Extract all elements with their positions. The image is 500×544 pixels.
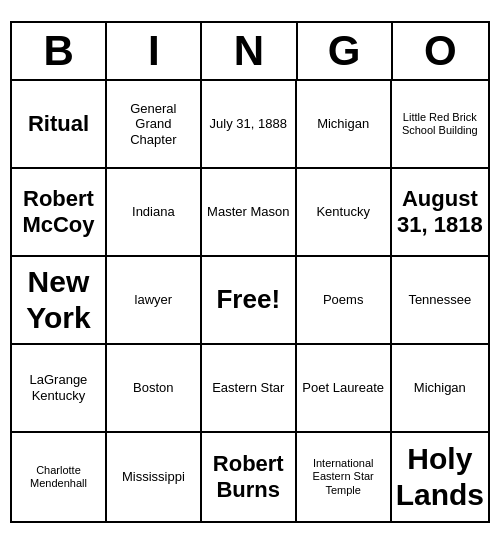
bingo-cell-15: LaGrange Kentucky [12, 345, 107, 433]
bingo-cell-0: Ritual [12, 81, 107, 169]
bingo-cell-13: Poems [297, 257, 392, 345]
bingo-cell-10: New York [12, 257, 107, 345]
bingo-header: BINGO [12, 23, 488, 81]
bingo-cell-16: Boston [107, 345, 202, 433]
bingo-cell-6: Indiana [107, 169, 202, 257]
bingo-letter-b: B [12, 23, 107, 79]
bingo-grid: RitualGeneral Grand ChapterJuly 31, 1888… [12, 81, 488, 521]
bingo-cell-5: Robert McCoy [12, 169, 107, 257]
bingo-cell-3: Michigan [297, 81, 392, 169]
bingo-letter-n: N [202, 23, 297, 79]
bingo-letter-o: O [393, 23, 488, 79]
bingo-cell-17: Eastern Star [202, 345, 297, 433]
bingo-cell-14: Tennessee [392, 257, 488, 345]
bingo-cell-23: International Eastern Star Temple [297, 433, 392, 521]
bingo-letter-g: G [298, 23, 393, 79]
bingo-cell-18: Poet Laureate [297, 345, 392, 433]
bingo-cell-2: July 31, 1888 [202, 81, 297, 169]
bingo-letter-i: I [107, 23, 202, 79]
bingo-cell-24: Holy Lands [392, 433, 488, 521]
bingo-cell-9: August 31, 1818 [392, 169, 488, 257]
bingo-cell-19: Michigan [392, 345, 488, 433]
bingo-cell-20: Charlotte Mendenhall [12, 433, 107, 521]
bingo-cell-11: lawyer [107, 257, 202, 345]
bingo-cell-8: Kentucky [297, 169, 392, 257]
bingo-cell-21: Mississippi [107, 433, 202, 521]
bingo-card: BINGO RitualGeneral Grand ChapterJuly 31… [10, 21, 490, 523]
bingo-cell-4: Little Red Brick School Building [392, 81, 488, 169]
bingo-cell-1: General Grand Chapter [107, 81, 202, 169]
bingo-cell-22: Robert Burns [202, 433, 297, 521]
bingo-cell-7: Master Mason [202, 169, 297, 257]
bingo-cell-12: Free! [202, 257, 297, 345]
